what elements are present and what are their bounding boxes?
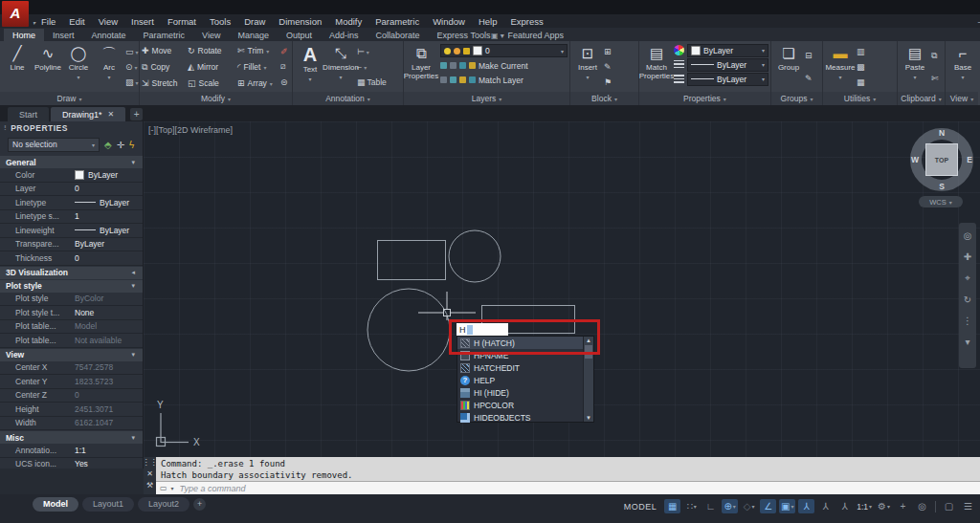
ribbon-button-trim[interactable]: ✄Trim▾ <box>237 43 279 59</box>
dynamic-input-icon[interactable]: ▣▾ <box>779 499 795 513</box>
property-row-plot-table[interactable]: Plot table...Not available <box>0 334 143 348</box>
section-header-3d-visualization[interactable]: 3D Visualization◂ <box>0 267 143 279</box>
menu-view[interactable]: View <box>92 16 124 27</box>
property-row-annotatio[interactable]: Annotatio...1:1 <box>0 444 143 458</box>
ribbon-button-move[interactable]: ✚Move <box>142 43 188 59</box>
erase-button[interactable]: ✐ <box>280 47 288 56</box>
object-color-dropdown[interactable]: ByLayer▾ <box>687 44 768 57</box>
ribbon-button-paste[interactable]: ▤Paste▾ <box>900 42 930 92</box>
cut-button[interactable]: ✄ <box>931 74 939 83</box>
ribbon-button-fillet[interactable]: ◜Fillet▾ <box>237 59 279 76</box>
menu-express[interactable]: Express <box>503 16 549 27</box>
section-header-view[interactable]: View▾ <box>0 349 143 361</box>
grid-display-icon[interactable]: ▦ <box>664 499 680 513</box>
ribbon-button-measure[interactable]: ▬Measure▾ <box>825 42 856 92</box>
panel-label-groups[interactable]: Groups▾ <box>771 92 822 105</box>
panel-label-clipboard[interactable]: Clipboard▾ <box>898 92 945 105</box>
customize-plus-icon[interactable]: + <box>895 499 911 513</box>
ribbon-options-icon[interactable]: ▣ ▾ <box>491 32 504 41</box>
property-row-ucs-icon[interactable]: UCS icon...Yes <box>0 458 143 469</box>
polar-tracking-icon[interactable]: ⊕▾ <box>722 499 738 513</box>
property-row-plot-table[interactable]: Plot table...Model <box>0 320 143 335</box>
ribbon-tab-annotate[interactable]: Annotate <box>83 29 135 41</box>
menu-file[interactable]: File <box>34 16 62 27</box>
autocomplete-item-hideobjects[interactable]: HIDEOBJECTS <box>457 411 593 424</box>
viewcube-west[interactable]: W <box>911 155 919 164</box>
ribbon-button-text[interactable]: AText▾ <box>295 42 325 92</box>
ortho-mode-icon[interactable]: ∟ <box>702 499 719 513</box>
menu-help[interactable]: Help <box>472 16 504 27</box>
autocomplete-item-hatchedit[interactable]: HATCHEDIT <box>457 361 593 374</box>
ribbon-button-polyline[interactable]: ∿Polyline <box>33 42 63 92</box>
explode-button[interactable]: ⧄ <box>280 61 288 72</box>
workspace-switching-icon[interactable]: ⚙▾ <box>876 499 892 513</box>
ribbon-tab-featured-apps[interactable]: Featured Apps <box>499 29 572 41</box>
annotation-scale-icon[interactable]: ⅄ <box>836 499 853 513</box>
command-prompt-icon[interactable]: ▭ <box>160 484 167 492</box>
viewcube-south[interactable]: S <box>939 182 945 191</box>
property-row-plot-style-t[interactable]: Plot style t...None <box>0 306 143 320</box>
create-block-button[interactable]: ⊞ <box>604 47 612 56</box>
panel-label-properties[interactable]: Properties▾ <box>639 92 770 105</box>
autoscale-icon[interactable]: ⅄ <box>817 499 834 513</box>
ribbon-tab-output[interactable]: Output <box>278 29 321 41</box>
wcs-dropdown[interactable]: WCS ▾ <box>919 196 963 207</box>
panel-label-annotation[interactable]: Annotation▾ <box>293 92 403 105</box>
ribbon-tab-home[interactable]: Home <box>4 29 44 41</box>
rectangle-button[interactable]: ▭▾ <box>125 47 139 56</box>
annotation-visibility-icon[interactable]: ⅄ <box>798 499 814 513</box>
group-edit-button[interactable]: ✎ <box>805 74 813 83</box>
block-attributes-button[interactable]: ⚑ <box>604 77 612 87</box>
ribbon-tab-insert[interactable]: Insert <box>44 29 83 41</box>
dimension-style-button[interactable]: ⊢▾ <box>357 47 387 56</box>
menu-format[interactable]: Format <box>161 16 203 27</box>
viewcube-east[interactable]: E <box>967 155 972 164</box>
panel-label-block[interactable]: Block▾ <box>570 92 638 105</box>
property-row-height[interactable]: Height2451.3071 <box>0 403 143 417</box>
lineweight-dropdown[interactable]: ByLayer▾ <box>687 58 768 72</box>
clean-screen-icon[interactable]: ▢ <box>941 499 957 513</box>
property-row-lineweight[interactable]: LineweightByLayer <box>0 224 143 238</box>
orbit-icon[interactable]: ↻ <box>964 294 971 305</box>
ribbon-tab-collaborate[interactable]: Collaborate <box>368 29 429 41</box>
new-layout-button[interactable]: + <box>193 498 206 511</box>
autocomplete-item-help[interactable]: ?HELP <box>457 374 593 386</box>
panel-label-utilities[interactable]: Utilities▾ <box>823 92 897 105</box>
property-row-width[interactable]: Width6162.1047 <box>0 417 143 431</box>
ribbon-button-group[interactable]: ❏Group <box>773 42 804 92</box>
ribbon-button-copy[interactable]: ⧉Copy <box>142 59 188 76</box>
autocomplete-item-h-hatch[interactable]: H (HATCH) <box>457 337 593 349</box>
property-row-center-y[interactable]: Center Y1823.5723 <box>0 375 143 389</box>
viewport-controls-label[interactable]: [-][Top][2D Wireframe] <box>148 125 233 135</box>
property-row-center-z[interactable]: Center Z0 <box>0 389 143 403</box>
dynamic-command-input[interactable]: H <box>457 323 508 336</box>
panel-label-modify[interactable]: Modify▾ <box>140 92 292 105</box>
command-input[interactable] <box>178 483 469 494</box>
ribbon-button-arc[interactable]: ⌒Arc▾ <box>94 42 124 92</box>
ellipse-button[interactable]: ⊙▾ <box>125 62 139 72</box>
panel-label-view[interactable]: View▾ <box>946 92 978 105</box>
ribbon-tab-manage[interactable]: Manage <box>229 29 278 41</box>
ungroup-button[interactable]: ⊟ <box>805 51 813 60</box>
linetype-dropdown[interactable]: ByLayer▾ <box>687 73 768 86</box>
menu-dimension[interactable]: Dimension <box>272 16 328 27</box>
menu-parametric[interactable]: Parametric <box>368 16 426 27</box>
property-row-color[interactable]: ColorByLayer <box>0 168 143 183</box>
point-style-button[interactable]: ▦ <box>857 77 865 87</box>
property-row-plot-style[interactable]: Plot styleByColor <box>0 293 143 307</box>
palette-grip-icon[interactable]: ⁞ <box>4 123 7 132</box>
ribbon-button-dimension[interactable]: ⤡Dimension▾ <box>325 42 356 92</box>
customization-menu-icon[interactable]: ☰ <box>960 499 976 513</box>
panel-label-layers[interactable]: Layers▾ <box>404 92 569 105</box>
autocomplete-item-hi-hide[interactable]: HI (HIDE) <box>457 386 593 399</box>
quick-select-icon[interactable]: ϟ <box>129 140 134 150</box>
panel-label-draw[interactable]: Draw▾ <box>0 92 139 105</box>
menu-modify[interactable]: Modify <box>328 16 368 27</box>
isolate-objects-icon[interactable]: ◎ <box>914 499 930 513</box>
menu-insert[interactable]: Insert <box>124 16 161 27</box>
autocomplete-scrollbar[interactable]: ▲ ▼ <box>583 337 593 422</box>
object-snap-tracking-icon[interactable]: ∠ <box>760 499 776 513</box>
isometric-drafting-icon[interactable]: ◇▾ <box>741 499 757 513</box>
quick-calc-button[interactable]: ▩ <box>857 62 865 72</box>
section-header-misc[interactable]: Misc▾ <box>0 431 143 444</box>
